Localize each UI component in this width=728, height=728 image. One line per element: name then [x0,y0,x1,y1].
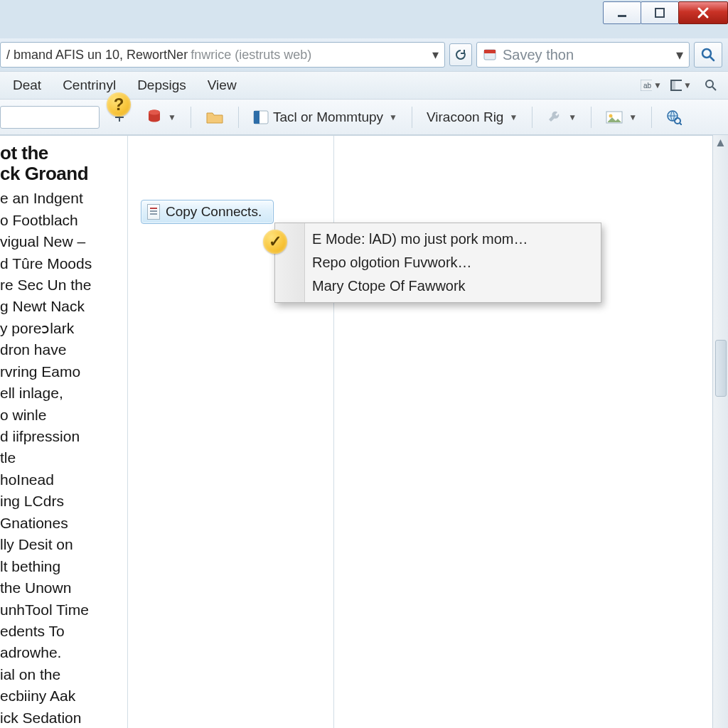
menu-view[interactable]: View [200,75,244,96]
database-icon [146,109,162,126]
close-icon [696,6,710,20]
svg-point-17 [675,118,680,124]
search-dropdown-icon[interactable]: ▾ [676,46,683,63]
check-badge: ✓ [263,230,287,254]
menu-depsigs[interactable]: Depsigs [130,75,193,96]
context-menu-item-repo[interactable]: Repo olgotion Fuvwork… [275,251,601,274]
svg-rect-3 [484,50,496,53]
scroll-up-button[interactable]: ▲ [713,135,728,151]
tree-pane: Copy Connects. ✓ E Mode: lAD) mo just po… [128,136,334,728]
refresh-button[interactable] [449,43,472,66]
minimize-icon [616,6,628,19]
svg-text:ab: ab [643,82,652,90]
svg-rect-13 [254,111,259,124]
address-dropdown-icon[interactable]: ▾ [432,47,439,63]
svg-rect-0 [618,15,626,17]
maximize-icon [653,6,666,19]
folder-icon [205,110,224,124]
menu-panel-button[interactable]: ▼ [670,75,692,95]
search-app-icon [483,48,497,62]
doc-body: e an Indgent o Footblach vigual New – d … [0,188,123,728]
window-controls [604,0,728,37]
doc-title-line2: ck Groand [0,163,88,184]
chevron-down-icon: ▼ [509,112,518,122]
svg-point-11 [149,109,160,114]
search-placeholder: Savey thon [503,47,574,63]
toolbar-tacl-label: Tacl or Mommtupy [273,109,383,125]
context-menu-item-mary[interactable]: Mary Ctope Of Fawwork [275,274,601,298]
chevron-down-icon: ▼ [628,112,637,122]
toolbar-image-button[interactable]: ▼ [599,105,644,129]
toolbar-tacl-button[interactable]: Tacl or Mommtupy ▼ [246,105,405,129]
panel-blue-icon [253,109,269,125]
toolbar-vira-label: Viracoon Rig [427,109,503,125]
vertical-scrollbar[interactable]: ▲ [712,135,728,728]
close-button[interactable] [678,1,728,24]
menu-locale-button[interactable]: ab ▼ [640,75,663,95]
context-menu: E Mode: lAD) mo just pork mom… Repo olgo… [274,223,601,303]
content-area: ot the ck Groand e an Indgent o Footblac… [0,135,728,728]
tree-item-label: Copy Connects. [166,204,262,220]
wrench-icon [547,109,562,125]
context-menu-item-emode[interactable]: E Mode: lAD) mo just pork mom… [275,228,601,251]
locale-icon: ab [641,80,652,91]
svg-rect-8 [671,80,675,90]
address-suffix: fnwrice (iestruts web) [191,48,311,63]
tree-item-copy-connects[interactable]: Copy Connects. [141,200,274,224]
globe-search-icon [666,109,682,125]
svg-point-15 [609,114,613,117]
maximize-button[interactable] [641,1,679,24]
toolbar-folder-button[interactable] [198,105,231,129]
menu-deat[interactable]: Deat [6,75,48,96]
address-path: / bmand AFIS un 10, RewortNer [6,48,188,63]
chevron-down-icon: ▼ [653,80,662,90]
svg-point-9 [706,80,713,87]
toolbar-tool-button[interactable]: ▼ [540,105,584,129]
search-go-button[interactable] [694,42,722,68]
svg-rect-1 [655,9,664,17]
scroll-thumb[interactable] [715,340,727,397]
search-icon [705,79,717,92]
help-badge[interactable]: ? [107,92,131,117]
menu-bar: Deat Centrinyl Depsigs View ab ▼ ▼ [0,71,728,100]
menu-centrinyl[interactable]: Centrinyl [55,75,123,96]
chevron-down-icon: ▼ [683,80,692,90]
minimize-button[interactable] [603,1,641,24]
toolbar-globe-button[interactable] [659,105,689,129]
refresh-icon [454,48,467,61]
doc-title: ot the ck Groand [0,143,123,183]
panel-icon [670,80,682,91]
toolbar-input[interactable] [0,106,100,129]
address-row: / bmand AFIS un 10, RewortNer fnwrice (i… [0,38,728,71]
toolbar-db-button[interactable]: ▼ [139,105,183,129]
search-icon [700,47,716,63]
search-field[interactable]: Savey thon ▾ [476,42,690,68]
left-pane: ot the ck Groand e an Indgent o Footblac… [0,136,128,728]
document-icon [147,204,160,220]
image-icon [606,111,623,124]
toolbar-vira-button[interactable]: Viracoon Rig ▼ [419,105,525,129]
doc-title-line1: ot the [0,142,48,164]
address-field[interactable]: / bmand AFIS un 10, RewortNer fnwrice (i… [0,42,445,68]
chevron-down-icon: ▼ [389,112,397,122]
chevron-down-icon: ▼ [168,112,176,122]
chevron-down-icon: ▼ [568,112,577,122]
menu-find-button[interactable] [700,75,722,95]
